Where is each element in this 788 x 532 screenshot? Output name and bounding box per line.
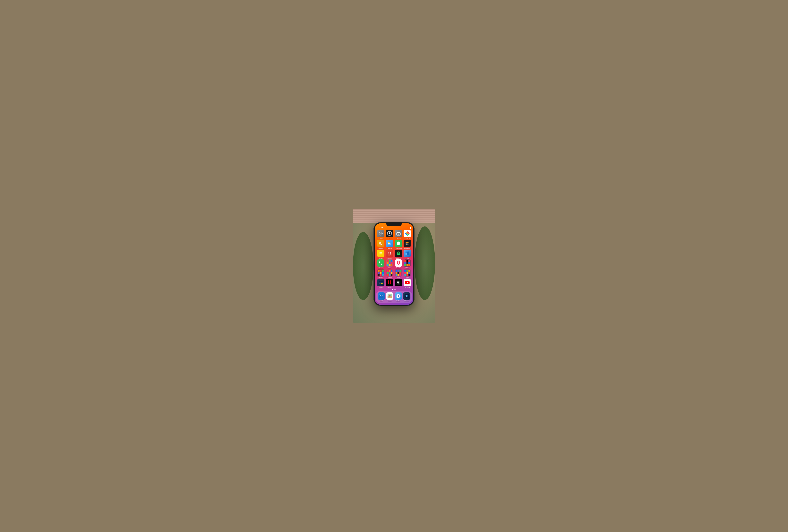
app-notes[interactable]: Notes: [377, 250, 385, 259]
app-phone[interactable]: Phone: [377, 259, 385, 269]
video-folder-icon: [403, 259, 411, 267]
svg-point-15: [405, 233, 407, 234]
app-photos[interactable]: Photos: [403, 230, 411, 239]
app-row-1: Settings: [376, 230, 412, 239]
work-label: Work: [397, 277, 400, 279]
page-dot-3: [395, 289, 396, 290]
app-row-2: Audible Weather: [376, 240, 412, 249]
battery-icon: ▐: [410, 227, 411, 229]
health-icon: [395, 259, 402, 267]
messages-icon: [395, 240, 402, 247]
photos-label: Photos: [405, 238, 410, 239]
app-youtube[interactable]: YouTube: [403, 279, 411, 288]
app-netflix[interactable]: Netflix: [386, 279, 394, 288]
app-clock[interactable]: Clock: [386, 230, 394, 239]
dock-app-safari[interactable]: Safari: [394, 292, 402, 302]
life-label: Life: [388, 267, 391, 269]
settings-label: Settings: [378, 238, 383, 239]
app-apple-folder[interactable]: Apple: [403, 269, 411, 279]
audible-icon: [377, 240, 385, 247]
weather-icon: [386, 240, 393, 247]
work-folder-icon: [395, 269, 402, 277]
svg-rect-38: [406, 251, 407, 252]
weather-label: Weather: [387, 247, 392, 249]
camera-label: Camera: [396, 238, 401, 239]
dock-app-maps[interactable]: Maps: [386, 292, 394, 302]
todoist-label: Todoist: [387, 258, 392, 259]
svg-point-16: [408, 233, 410, 234]
app-todoist[interactable]: Todoist: [386, 250, 394, 259]
mail-label: Mail: [380, 300, 383, 302]
app-life-folder[interactable]: Life: [386, 259, 394, 269]
status-icons: ▲ ▐: [407, 227, 411, 229]
dock-app-fitness[interactable]: Fitness: [402, 292, 411, 302]
phone-in-hand: 11:28 ▲ ▐: [353, 209, 435, 323]
maps-label: Maps: [388, 300, 392, 302]
app-appletv[interactable]: tv TV: [394, 279, 402, 288]
notch: [386, 222, 402, 226]
svg-point-0: [380, 233, 381, 234]
wallet-icon: [377, 279, 385, 286]
page-dot-1: [392, 289, 393, 290]
messages-label: Messages: [395, 247, 402, 249]
svg-rect-44: [379, 281, 381, 282]
dock: Mail Map: [376, 291, 412, 303]
life-folder-icon: [386, 259, 393, 267]
mail-icon: [378, 292, 385, 300]
svg-point-30: [408, 244, 409, 245]
safari-icon: [395, 292, 402, 300]
svg-point-25: [406, 244, 407, 244]
youtube-label: YouTube: [405, 287, 410, 288]
video-label: Video: [406, 267, 409, 269]
scene: 11:28 ▲ ▐: [353, 209, 435, 323]
audible-label: Audible: [378, 247, 383, 249]
screen: 11:28 ▲ ▐: [375, 223, 413, 305]
app-reading-folder[interactable]: Reading: [377, 269, 385, 279]
wallet-label: Wallet: [378, 287, 383, 288]
notes-icon: [377, 250, 385, 257]
app-grid: Settings: [375, 229, 413, 288]
files-label: Files: [406, 258, 409, 259]
svg-rect-24: [406, 242, 409, 243]
todoist-icon: [386, 250, 393, 257]
maps-icon: [386, 292, 393, 300]
fitness-icon: [403, 292, 410, 300]
app-health[interactable]: Health: [394, 259, 402, 269]
app-audible[interactable]: Audible: [377, 240, 385, 249]
youtube-icon: [403, 279, 411, 286]
svg-point-21: [380, 243, 381, 244]
app-video-folder[interactable]: Video: [403, 259, 411, 269]
photos-icon: [403, 230, 411, 237]
app-calculator[interactable]: Calculator: [403, 240, 411, 249]
files-icon: [403, 250, 411, 257]
app-row-5: Reading: [376, 269, 412, 279]
netflix-icon: [386, 279, 393, 286]
svg-point-29: [407, 244, 408, 245]
appletv-icon: tv: [395, 279, 402, 286]
app-work-folder[interactable]: Work: [394, 269, 402, 279]
fitness-label: Fitness: [405, 300, 409, 302]
dock-app-mail[interactable]: Mail: [377, 292, 386, 302]
app-weather[interactable]: Weather: [386, 240, 394, 249]
safari-label: Safari: [396, 300, 400, 302]
app-camera[interactable]: Camera: [394, 230, 402, 239]
svg-point-4: [389, 233, 390, 234]
app-row-6: Wallet Netflix: [376, 279, 412, 288]
app-messages[interactable]: Messages: [394, 240, 402, 249]
app-creative-folder[interactable]: Creative: [386, 269, 394, 279]
creative-label: Creative: [387, 277, 392, 279]
reading-folder-icon: [377, 269, 385, 277]
app-files[interactable]: Files: [403, 250, 411, 259]
app-row-4: Phone: [376, 259, 412, 269]
apple-folder-icon: [403, 269, 411, 277]
reading-label: Reading: [378, 277, 383, 279]
svg-rect-36: [406, 252, 407, 255]
app-spotify[interactable]: Spotify: [394, 250, 402, 259]
creative-folder-icon: [386, 269, 393, 277]
clock-icon: [386, 230, 393, 237]
app-settings[interactable]: Settings: [377, 230, 385, 239]
app-wallet[interactable]: Wallet: [377, 279, 385, 288]
calculator-icon: [403, 240, 411, 247]
svg-point-11: [398, 233, 399, 234]
iphone: 11:28 ▲ ▐: [373, 222, 415, 306]
